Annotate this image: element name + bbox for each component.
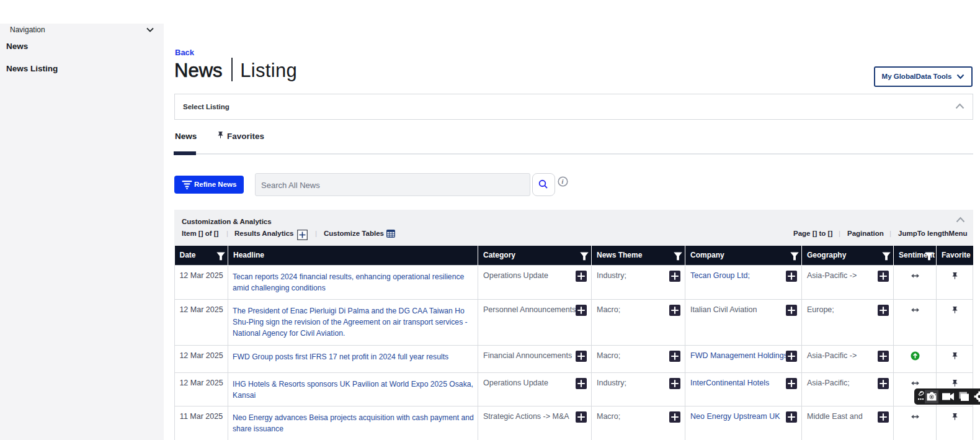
svg-text:i: i <box>562 178 564 185</box>
